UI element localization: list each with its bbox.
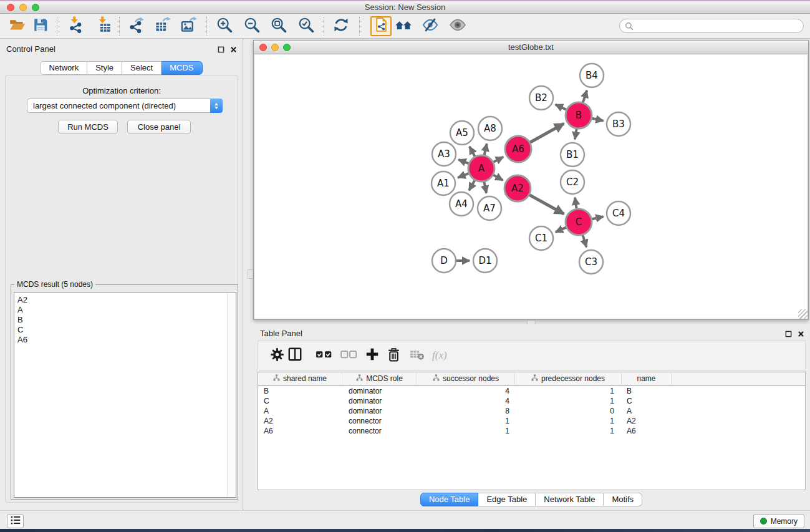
- edge-C-C4[interactable]: [592, 216, 604, 219]
- float-panel-icon[interactable]: [218, 44, 224, 56]
- tab-mcds[interactable]: MCDS: [162, 61, 202, 75]
- table-row[interactable]: Bdominator41B: [258, 386, 805, 396]
- tab-network[interactable]: Network: [40, 61, 87, 75]
- memory-button[interactable]: Memory: [753, 514, 804, 528]
- edge-A-A8[interactable]: [485, 143, 487, 155]
- mcds-result-item[interactable]: C: [14, 325, 236, 335]
- table-cell[interactable]: 4: [417, 396, 515, 406]
- run-mcds-button[interactable]: Run MCDS: [58, 120, 118, 134]
- table-cell[interactable]: B: [258, 386, 342, 396]
- edge-C-C2[interactable]: [575, 198, 577, 209]
- edge-A-A2[interactable]: [493, 175, 503, 180]
- edge-A6-B[interactable]: [530, 123, 564, 142]
- table-cell[interactable]: A2: [258, 416, 342, 426]
- delete-table-button[interactable]: [408, 346, 426, 365]
- column-header-mcds-role[interactable]: MCDS role: [342, 372, 417, 385]
- edge-A-A5[interactable]: [470, 147, 475, 157]
- column-header-successor-nodes[interactable]: successor nodes: [417, 372, 515, 385]
- network-graph[interactable]: B4B2BB3A8A5A6A3B1AA1C2A2A4A7C4CC1C3DD1: [254, 55, 808, 318]
- open-file-button[interactable]: [6, 16, 28, 37]
- table-cell[interactable]: A6: [258, 426, 342, 436]
- resize-grip-icon[interactable]: [798, 309, 808, 319]
- network-canvas[interactable]: B4B2BB3A8A5A6A3B1AA1C2A2A4A7C4CC1C3DD1: [254, 55, 808, 319]
- mcds-result-item[interactable]: A6: [14, 335, 236, 345]
- column-header-predecessor-nodes[interactable]: predecessor nodes: [515, 372, 622, 385]
- column-header-shared-name[interactable]: shared name: [258, 372, 342, 385]
- tab-edge-table[interactable]: Edge Table: [478, 493, 536, 506]
- delete-column-button[interactable]: [385, 346, 402, 365]
- tab-motifs[interactable]: Motifs: [604, 493, 642, 506]
- table-cell[interactable]: dominator: [342, 406, 417, 416]
- home-overview-button[interactable]: [392, 16, 415, 37]
- mcds-result-item[interactable]: A2: [14, 295, 236, 305]
- close-panel-icon[interactable]: [230, 44, 237, 56]
- select-all-button[interactable]: [314, 346, 335, 365]
- network-window-titlebar[interactable]: testGlobe.txt: [254, 41, 808, 54]
- export-table-button[interactable]: [151, 16, 173, 37]
- show-details-button[interactable]: [446, 16, 469, 37]
- column-header-name[interactable]: name: [622, 372, 672, 385]
- tab-node-table[interactable]: Node Table: [420, 493, 479, 506]
- zoom-out-button[interactable]: [241, 16, 263, 37]
- edge-C-C1[interactable]: [556, 228, 566, 232]
- table-cell[interactable]: 1: [515, 396, 622, 406]
- search-input[interactable]: [619, 19, 804, 33]
- show-columns-button[interactable]: [286, 346, 304, 365]
- export-network-button[interactable]: [125, 16, 147, 37]
- mcds-result-list[interactable]: A2ABCA6: [14, 292, 236, 498]
- criterion-dropdown[interactable]: largest connected component (directed): [27, 99, 223, 113]
- edge-B-B2[interactable]: [556, 105, 566, 110]
- table-cell[interactable]: A: [622, 406, 672, 416]
- edge-B-B1[interactable]: [575, 129, 577, 140]
- table-cell[interactable]: A2: [622, 416, 672, 426]
- close-window-button[interactable]: [7, 4, 14, 11]
- function-builder-icon[interactable]: f(x): [432, 349, 447, 362]
- table-cell[interactable]: dominator: [342, 386, 417, 396]
- mcds-result-item[interactable]: A: [14, 305, 236, 315]
- tab-style[interactable]: Style: [87, 61, 122, 75]
- table-cell[interactable]: B: [622, 386, 672, 396]
- edge-B-B4[interactable]: [583, 90, 587, 102]
- save-session-button[interactable]: [29, 16, 52, 37]
- table-cell[interactable]: connector: [342, 426, 417, 436]
- main-titlebar[interactable]: Session: New Session: [0, 1, 810, 14]
- table-cell[interactable]: dominator: [342, 396, 417, 406]
- node-table[interactable]: shared nameMCDS rolesuccessor nodesprede…: [258, 372, 806, 490]
- table-cell[interactable]: 1: [515, 426, 622, 436]
- table-row[interactable]: Adominator80A: [258, 406, 805, 416]
- zoom-fit-button[interactable]: [268, 16, 290, 37]
- table-cell[interactable]: A: [258, 406, 342, 416]
- close-panel-button[interactable]: Close panel: [127, 120, 191, 134]
- mcds-result-item[interactable]: B: [14, 315, 236, 325]
- table-cell[interactable]: 1: [417, 416, 515, 426]
- close-network-button[interactable]: [259, 44, 267, 51]
- edge-A-A6[interactable]: [494, 157, 504, 162]
- add-column-button[interactable]: [364, 346, 381, 365]
- table-cell[interactable]: connector: [342, 416, 417, 426]
- tab-select[interactable]: Select: [122, 61, 162, 75]
- table-cell[interactable]: C: [258, 396, 342, 406]
- table-cell[interactable]: 4: [417, 386, 515, 396]
- float-panel-icon[interactable]: [785, 329, 792, 340]
- edge-C-C3[interactable]: [583, 235, 587, 247]
- network-document-button[interactable]: [370, 16, 392, 36]
- hide-details-button[interactable]: [419, 16, 441, 37]
- close-panel-icon[interactable]: [798, 329, 804, 340]
- minimize-network-button[interactable]: [271, 44, 279, 51]
- table-row[interactable]: A6connector11A6: [258, 426, 805, 436]
- edge-A2-C[interactable]: [529, 195, 564, 214]
- vertical-scrollbar-thumb[interactable]: [248, 269, 253, 279]
- edge-A-A3[interactable]: [458, 160, 468, 163]
- table-cell[interactable]: 0: [515, 406, 622, 416]
- zoom-window-button[interactable]: [32, 4, 39, 11]
- mcds-list-scrollbar[interactable]: [227, 293, 235, 496]
- task-history-button[interactable]: [7, 514, 24, 528]
- edge-A-A4[interactable]: [469, 180, 475, 190]
- zoom-in-button[interactable]: [213, 16, 236, 37]
- table-settings-button[interactable]: [268, 346, 286, 365]
- deselect-all-button[interactable]: [339, 346, 360, 365]
- import-network-button[interactable]: [64, 16, 87, 37]
- minimize-window-button[interactable]: [19, 4, 27, 11]
- table-cell[interactable]: C: [622, 396, 672, 406]
- table-cell[interactable]: 1: [515, 386, 622, 396]
